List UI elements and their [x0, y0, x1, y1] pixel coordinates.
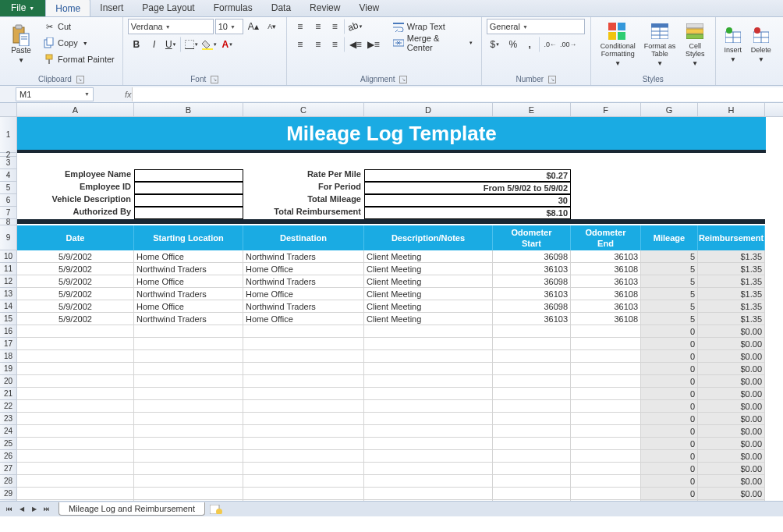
sheet-nav-first[interactable]: ⏮: [3, 503, 16, 516]
cell-empty[interactable]: [243, 488, 364, 500]
cell-empty[interactable]: [243, 338, 364, 350]
row-header-12[interactable]: 12: [0, 275, 16, 288]
cell-empty[interactable]: [243, 475, 364, 488]
cell-empty[interactable]: [134, 413, 243, 425]
col-header-odometer-end[interactable]: OdometerEnd: [571, 225, 641, 250]
cell-empty[interactable]: [493, 450, 571, 463]
cell-miles[interactable]: 0: [641, 475, 698, 488]
cell-empty[interactable]: [364, 463, 493, 475]
cell-empty[interactable]: [17, 363, 134, 375]
cell-empty[interactable]: [243, 350, 364, 363]
align-bottom-button[interactable]: ≡: [328, 19, 345, 34]
dialog-launcher-icon[interactable]: ↘: [76, 76, 84, 83]
select-all-corner[interactable]: [0, 103, 17, 117]
cell-empty[interactable]: [571, 463, 641, 475]
cell-empty[interactable]: [243, 388, 364, 400]
cell-odstart[interactable]: 36098: [493, 275, 571, 288]
cell-empty[interactable]: [17, 338, 134, 350]
cell-empty[interactable]: [17, 413, 134, 425]
cell-empty[interactable]: [364, 363, 493, 375]
cell-odend[interactable]: 36108: [571, 313, 641, 325]
cell-start[interactable]: Northwind Traders: [134, 263, 243, 275]
cut-button[interactable]: ✂Cut: [41, 19, 118, 34]
cell-empty[interactable]: [571, 350, 641, 363]
cell-start[interactable]: Home Office: [134, 275, 243, 288]
row-header-9[interactable]: 9: [0, 225, 16, 250]
formula-input[interactable]: [132, 87, 783, 101]
cell-odstart[interactable]: 36098: [493, 250, 571, 263]
cell-miles[interactable]: 0: [641, 375, 698, 388]
cell-empty[interactable]: [364, 325, 493, 338]
column-header-C[interactable]: C: [243, 103, 364, 116]
cell-reimb[interactable]: $0.00: [698, 388, 765, 400]
cell-empty[interactable]: [571, 363, 641, 375]
cell-miles[interactable]: 0: [641, 450, 698, 463]
cell-date[interactable]: 5/9/2002: [17, 288, 134, 300]
cell-start[interactable]: Northwind Traders: [134, 313, 243, 325]
cell-odstart[interactable]: 36103: [493, 313, 571, 325]
row-header-14[interactable]: 14: [0, 300, 16, 313]
menu-tab-insert[interactable]: Insert: [90, 0, 133, 16]
cell-empty[interactable]: [243, 450, 364, 463]
cell-miles[interactable]: 0: [641, 325, 698, 338]
column-header-H[interactable]: H: [698, 103, 765, 116]
cell-reimb[interactable]: $1.35: [698, 250, 765, 263]
cell-empty[interactable]: [364, 425, 493, 438]
cell-empty[interactable]: [134, 375, 243, 388]
cell-empty[interactable]: [364, 488, 493, 500]
col-header-description-notes[interactable]: Description/Notes: [364, 225, 493, 250]
align-right-button[interactable]: ≡: [328, 37, 345, 52]
cell-empty[interactable]: [243, 325, 364, 338]
row-header-27[interactable]: 27: [0, 463, 16, 475]
cell-empty[interactable]: [493, 338, 571, 350]
cell-empty[interactable]: [134, 425, 243, 438]
dialog-launcher-icon[interactable]: ↘: [399, 76, 407, 83]
cell-empty[interactable]: [17, 463, 134, 475]
cell-empty[interactable]: [571, 375, 641, 388]
cell-start[interactable]: Home Office: [134, 300, 243, 313]
row-header-8[interactable]: 8: [0, 219, 16, 225]
row-header-26[interactable]: 26: [0, 450, 16, 463]
row-header-3[interactable]: 3: [0, 157, 16, 169]
cell-empty[interactable]: [364, 475, 493, 488]
cell-empty[interactable]: [364, 438, 493, 450]
cell-odend[interactable]: 36108: [571, 288, 641, 300]
cell-odstart[interactable]: 36103: [493, 288, 571, 300]
cell-empty[interactable]: [134, 400, 243, 413]
dialog-launcher-icon[interactable]: ↘: [548, 76, 556, 83]
row-header-17[interactable]: 17: [0, 338, 16, 350]
cell-reimb[interactable]: $1.35: [698, 275, 765, 288]
cell-miles[interactable]: 5: [641, 275, 698, 288]
cell-empty[interactable]: [17, 488, 134, 500]
cell-desc[interactable]: Client Meeting: [364, 313, 493, 325]
cell-empty[interactable]: [243, 425, 364, 438]
cell-odend[interactable]: 36103: [571, 275, 641, 288]
italic-button[interactable]: I: [146, 37, 163, 52]
cell-dest[interactable]: Home Office: [243, 263, 364, 275]
col-header-starting-location[interactable]: Starting Location: [134, 225, 243, 250]
row-header-23[interactable]: 23: [0, 413, 16, 425]
cell-empty[interactable]: [493, 463, 571, 475]
row-header-29[interactable]: 29: [0, 488, 16, 500]
column-header-B[interactable]: B: [134, 103, 243, 116]
increase-indent-button[interactable]: ▶≡: [365, 37, 382, 52]
cell-reimb[interactable]: $0.00: [698, 413, 765, 425]
format-as-table-button[interactable]: Format as Table▼: [643, 19, 677, 70]
cell-empty[interactable]: [17, 350, 134, 363]
cell-empty[interactable]: [364, 400, 493, 413]
copy-button[interactable]: Copy▼: [41, 35, 118, 51]
cell-empty[interactable]: [493, 375, 571, 388]
cell-empty[interactable]: [134, 475, 243, 488]
cell-reimb[interactable]: $0.00: [698, 350, 765, 363]
cell-reimb[interactable]: $0.00: [698, 438, 765, 450]
name-box[interactable]: M1▼: [16, 87, 94, 101]
cell-empty[interactable]: [493, 350, 571, 363]
fx-icon[interactable]: fx: [125, 90, 132, 99]
cell-miles[interactable]: 0: [641, 413, 698, 425]
col-header-mileage[interactable]: Mileage: [641, 225, 698, 250]
decrease-decimal-button[interactable]: .00→: [560, 37, 577, 52]
cell-start[interactable]: Home Office: [134, 250, 243, 263]
cell-reimb[interactable]: $0.00: [698, 488, 765, 500]
border-button[interactable]: ▼: [183, 37, 200, 52]
cell-empty[interactable]: [17, 425, 134, 438]
